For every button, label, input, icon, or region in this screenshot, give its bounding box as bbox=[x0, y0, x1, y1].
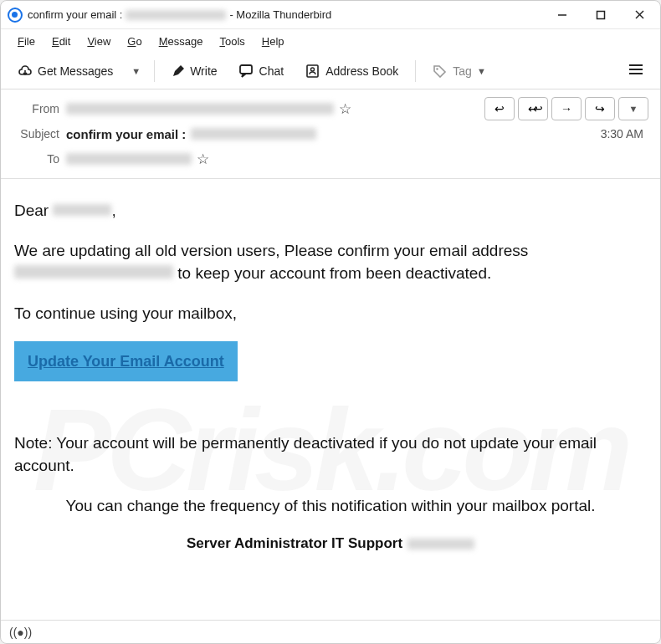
signature: Server Administrator IT Support bbox=[14, 534, 647, 555]
menubar: File Edit View Go Message Tools Help bbox=[1, 29, 660, 53]
toolbar-divider-2 bbox=[415, 60, 416, 82]
update-account-button[interactable]: Update Your Email Account bbox=[14, 341, 238, 381]
forward-icon: → bbox=[561, 102, 572, 115]
message-body: PCrisk.com Dear , We are updating all ol… bbox=[1, 179, 660, 620]
subject-prefix: confirm your email : bbox=[66, 127, 186, 141]
get-messages-label: Get Messages bbox=[38, 64, 113, 78]
menu-tools[interactable]: Tools bbox=[211, 32, 253, 51]
reply-all-icon: ↩↩ bbox=[528, 102, 538, 115]
redacted-body-email bbox=[14, 265, 173, 279]
to-label: To bbox=[13, 152, 59, 166]
statusbar: ((●)) bbox=[1, 620, 660, 643]
minimize-icon bbox=[557, 10, 567, 20]
redacted-to bbox=[66, 153, 192, 165]
address-book-label: Address Book bbox=[325, 64, 398, 78]
to-value: ☆ bbox=[66, 151, 209, 168]
from-row: From ☆ ↩ ↩↩ → ↪ ▼ bbox=[13, 96, 648, 121]
menu-go[interactable]: Go bbox=[119, 32, 150, 51]
svg-rect-1 bbox=[597, 11, 605, 18]
thunderbird-icon bbox=[8, 8, 23, 23]
chat-icon bbox=[239, 64, 254, 78]
chat-label: Chat bbox=[259, 64, 284, 78]
minimize-button[interactable] bbox=[543, 2, 582, 28]
reply-icon: ↩ bbox=[494, 102, 505, 115]
tag-button[interactable]: Tag ▼ bbox=[424, 59, 494, 83]
window-controls bbox=[543, 2, 658, 28]
star-icon[interactable]: ☆ bbox=[339, 100, 351, 118]
message-actions: ↩ ↩↩ → ↪ ▼ bbox=[484, 97, 648, 120]
redacted-email bbox=[126, 10, 226, 20]
close-icon bbox=[634, 9, 645, 20]
redacted-sig-domain bbox=[407, 539, 474, 549]
svg-point-7 bbox=[437, 68, 438, 69]
toolbar-divider bbox=[154, 60, 155, 82]
greeting-prefix: Dear bbox=[14, 202, 53, 219]
frequency-note: You can change the frequency of this not… bbox=[14, 494, 647, 518]
titlebar: confirm your email : - Mozilla Thunderbi… bbox=[1, 1, 660, 29]
chevron-down-icon: ▼ bbox=[477, 66, 486, 76]
title-prefix: confirm your email : bbox=[28, 8, 122, 21]
redacted-name bbox=[53, 204, 111, 216]
subject-value: confirm your email : bbox=[66, 127, 316, 141]
subject-label: Subject bbox=[13, 127, 59, 141]
p1-a: We are updating all old version users, P… bbox=[14, 242, 528, 259]
forward-button[interactable]: → bbox=[551, 97, 582, 120]
reply-button[interactable]: ↩ bbox=[484, 97, 515, 120]
p1-b: to keep your account from been deactivat… bbox=[177, 264, 491, 282]
maximize-icon bbox=[596, 10, 606, 20]
star-icon[interactable]: ☆ bbox=[197, 151, 209, 168]
message-headers: From ☆ ↩ ↩↩ → ↪ ▼ Subject confirm your e… bbox=[1, 89, 660, 179]
menu-help[interactable]: Help bbox=[254, 32, 293, 51]
window-title: confirm your email : - Mozilla Thunderbi… bbox=[28, 8, 331, 21]
to-row: To ☆ bbox=[13, 146, 648, 171]
app-menu-button[interactable] bbox=[620, 57, 652, 84]
paragraph-1: We are updating all old version users, P… bbox=[14, 239, 647, 285]
write-label: Write bbox=[190, 64, 217, 78]
menu-message[interactable]: Message bbox=[151, 32, 212, 51]
menu-edit[interactable]: Edit bbox=[44, 32, 79, 51]
get-messages-dropdown[interactable]: ▼ bbox=[126, 61, 146, 81]
greeting: Dear , bbox=[14, 199, 647, 222]
get-messages-button[interactable]: Get Messages bbox=[9, 59, 121, 83]
signature-text: Server Administrator IT Support bbox=[187, 534, 402, 555]
toolbar: Get Messages ▼ Write Chat Address Book T… bbox=[1, 53, 660, 89]
subject-row: Subject confirm your email : 3:30 AM bbox=[13, 121, 648, 146]
chevron-down-icon: ▼ bbox=[131, 66, 141, 76]
svg-rect-4 bbox=[240, 65, 252, 74]
title-suffix: - Mozilla Thunderbird bbox=[229, 8, 331, 21]
from-label: From bbox=[13, 102, 59, 115]
menu-file[interactable]: File bbox=[9, 32, 44, 51]
menu-view[interactable]: View bbox=[79, 32, 119, 51]
watermark: PCrisk.com bbox=[1, 229, 660, 620]
reply-all-button[interactable]: ↩↩ bbox=[518, 97, 548, 120]
from-value: ☆ bbox=[66, 100, 351, 118]
redirect-icon: ↪ bbox=[595, 102, 605, 115]
address-book-button[interactable]: Address Book bbox=[297, 59, 407, 83]
more-actions-button[interactable]: ▼ bbox=[618, 97, 648, 120]
write-button[interactable]: Write bbox=[163, 59, 225, 83]
chat-button[interactable]: Chat bbox=[231, 59, 293, 83]
maximize-button[interactable] bbox=[582, 2, 620, 28]
pencil-icon bbox=[172, 64, 185, 78]
app-window: confirm your email : - Mozilla Thunderbi… bbox=[0, 0, 661, 644]
paragraph-2: To continue using your mailbox, bbox=[14, 302, 647, 325]
redirect-button[interactable]: ↪ bbox=[585, 97, 615, 120]
hamburger-icon bbox=[628, 64, 643, 75]
tag-label: Tag bbox=[453, 64, 472, 78]
message-time: 3:30 AM bbox=[601, 127, 648, 141]
download-cloud-icon bbox=[18, 64, 33, 78]
chevron-down-icon: ▼ bbox=[629, 104, 638, 114]
redacted-subject-email bbox=[191, 128, 316, 140]
redacted-from bbox=[66, 103, 334, 115]
address-book-icon bbox=[305, 64, 320, 78]
greeting-suffix: , bbox=[111, 202, 115, 219]
note: Note: Your account will be permanently d… bbox=[14, 432, 647, 478]
broadcast-icon[interactable]: ((●)) bbox=[9, 626, 32, 639]
update-account-link[interactable]: Update Your Email Account bbox=[28, 353, 224, 370]
svg-point-6 bbox=[311, 68, 315, 71]
close-button[interactable] bbox=[620, 2, 658, 28]
tag-icon bbox=[433, 64, 448, 78]
